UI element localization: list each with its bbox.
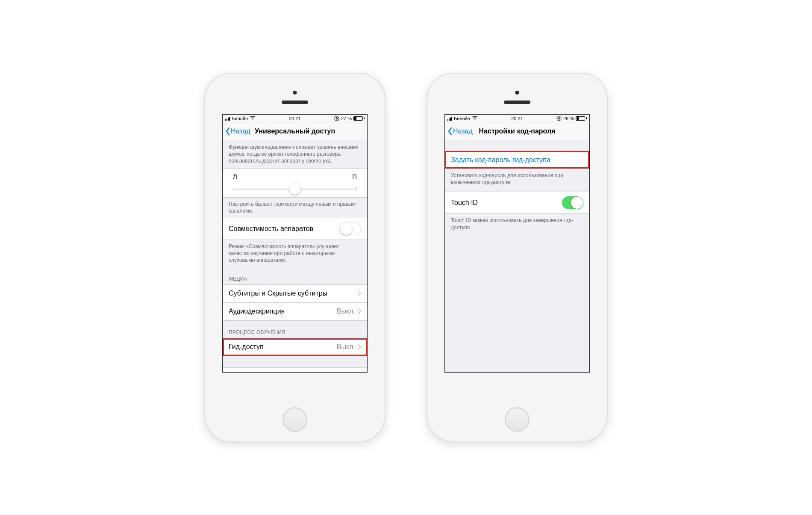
guided-access-value: Выкл.	[337, 343, 355, 351]
hearing-aid-toggle[interactable]	[340, 222, 361, 235]
audiodescription-cell[interactable]: Аудиодескрипция Выкл.	[223, 302, 367, 320]
nav-bar: Назад Настройки код-пароля	[445, 122, 589, 140]
home-button[interactable]	[505, 407, 530, 432]
balance-footer: Настроить баланс громкости между левым и…	[223, 198, 367, 218]
audiodescription-label: Аудиодескрипция	[229, 308, 285, 315]
chevron-right-icon	[358, 308, 361, 314]
set-passcode-label: Задать код-пароль гид-доступа	[451, 156, 550, 164]
rotation-lock-icon	[334, 116, 339, 121]
battery-icon	[576, 116, 587, 121]
slider-right-label: П	[352, 173, 357, 180]
phone-left: Билайн 20:21 27 % Назад Универсальный до…	[205, 74, 385, 441]
set-passcode-cell[interactable]: Задать код-пароль гид-доступа	[445, 151, 589, 169]
guided-access-label: Гид-доступ	[229, 343, 264, 351]
media-section-header: МЕДИА	[223, 267, 367, 284]
set-passcode-footer: Установить код-пароль для использования …	[445, 169, 589, 189]
battery-percent: 26 %	[563, 116, 574, 121]
audiodescription-value: Выкл.	[337, 308, 355, 315]
hearing-aid-label: Совместимость аппаратов	[229, 225, 313, 233]
wifi-icon	[250, 116, 256, 121]
nav-bar: Назад Универсальный доступ	[223, 122, 367, 140]
noise-cancel-footer: Функция шумоподавления понижает уровень …	[223, 140, 367, 168]
slider-thumb[interactable]	[289, 184, 300, 195]
chevron-right-icon	[358, 290, 361, 296]
battery-percent: 27 %	[341, 116, 352, 121]
slider-left-label: Л	[233, 173, 237, 180]
settings-content[interactable]: Задать код-пароль гид-доступа Установить…	[445, 140, 589, 372]
settings-content[interactable]: Функция шумоподавления понижает уровень …	[223, 140, 367, 372]
battery-icon	[353, 116, 365, 121]
home-button[interactable]	[282, 407, 307, 432]
balance-slider[interactable]	[233, 189, 357, 189]
chevron-right-icon	[358, 344, 361, 350]
camera-dot	[515, 91, 519, 95]
touch-id-label: Touch ID	[451, 199, 478, 207]
status-bar: Билайн 20:21 26 %	[445, 115, 589, 122]
status-time: 20:21	[289, 116, 301, 121]
carrier-label: Билайн	[454, 116, 470, 121]
wifi-icon	[472, 116, 478, 121]
touch-id-footer: Touch ID можно использовать для завершен…	[445, 214, 589, 234]
status-time: 20:21	[511, 116, 523, 121]
hearing-aid-footer: Режим «Совместимость аппаратов» улучшает…	[223, 240, 367, 267]
learning-section-header: ПРОЦЕСС ОБУЧЕНИЯ	[223, 321, 367, 338]
back-button[interactable]: Назад	[447, 127, 473, 136]
balance-slider-cell: Л П	[223, 168, 367, 197]
speaker-slot	[282, 101, 308, 104]
signal-icon	[447, 116, 452, 121]
touch-id-cell[interactable]: Touch ID	[445, 192, 589, 213]
back-label: Назад	[453, 127, 473, 135]
camera-dot	[293, 91, 297, 95]
guided-access-cell[interactable]: Гид-доступ Выкл.	[223, 338, 367, 356]
subtitles-cell[interactable]: Субтитры и Скрытые субтитры	[223, 284, 367, 302]
speaker-slot	[504, 101, 530, 104]
phone-right: Билайн 20:21 26 % Назад Настройки код-па…	[427, 74, 607, 441]
carrier-label: Билайн	[232, 116, 248, 121]
screen-passcode-settings: Билайн 20:21 26 % Назад Настройки код-па…	[444, 114, 590, 373]
rotation-lock-icon	[556, 116, 562, 121]
screen-accessibility: Билайн 20:21 27 % Назад Универсальный до…	[222, 114, 368, 373]
status-bar: Билайн 20:21 27 %	[223, 115, 367, 122]
hearing-aid-cell[interactable]: Совместимость аппаратов	[223, 218, 367, 240]
back-button[interactable]: Назад	[225, 127, 250, 136]
shortcuts-cell[interactable]: Быстрые команды Выкл.	[223, 367, 367, 373]
signal-icon	[225, 116, 230, 121]
back-label: Назад	[231, 127, 250, 135]
touch-id-toggle[interactable]	[562, 196, 583, 209]
subtitles-label: Субтитры и Скрытые субтитры	[229, 290, 327, 297]
